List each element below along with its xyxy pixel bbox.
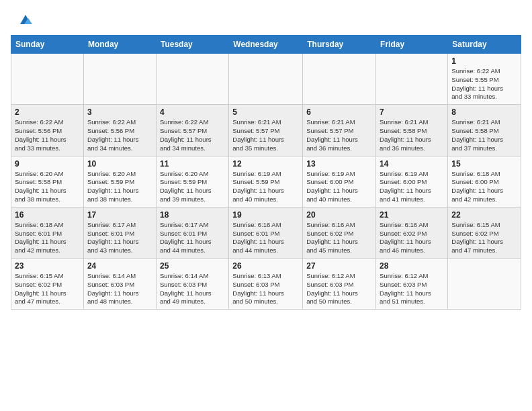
header-cell-tuesday: Tuesday bbox=[156, 36, 228, 54]
day-number: 9 bbox=[15, 159, 80, 169]
day-number: 21 bbox=[380, 210, 444, 220]
day-number: 2 bbox=[15, 107, 80, 117]
day-cell: 4Sunrise: 6:22 AM Sunset: 5:57 PM Daylig… bbox=[156, 105, 228, 156]
day-cell: 23Sunrise: 6:15 AM Sunset: 6:02 PM Dayli… bbox=[11, 259, 84, 310]
header-cell-thursday: Thursday bbox=[303, 36, 376, 54]
day-info: Sunrise: 6:22 AM Sunset: 5:56 PM Dayligh… bbox=[87, 118, 152, 152]
day-info: Sunrise: 6:14 AM Sunset: 6:03 PM Dayligh… bbox=[160, 272, 225, 306]
day-cell: 22Sunrise: 6:15 AM Sunset: 6:02 PM Dayli… bbox=[448, 207, 521, 258]
day-cell: 20Sunrise: 6:16 AM Sunset: 6:02 PM Dayli… bbox=[303, 207, 376, 258]
day-number: 6 bbox=[306, 107, 372, 117]
day-number: 19 bbox=[232, 210, 299, 220]
day-cell bbox=[303, 54, 376, 105]
day-info: Sunrise: 6:21 AM Sunset: 5:58 PM Dayligh… bbox=[380, 118, 444, 152]
day-number: 3 bbox=[87, 107, 152, 117]
calendar-table: SundayMondayTuesdayWednesdayThursdayFrid… bbox=[11, 35, 521, 310]
day-info: Sunrise: 6:20 AM Sunset: 5:59 PM Dayligh… bbox=[87, 170, 152, 204]
day-info: Sunrise: 6:22 AM Sunset: 5:55 PM Dayligh… bbox=[451, 67, 517, 101]
header-cell-friday: Friday bbox=[376, 36, 448, 54]
day-cell: 25Sunrise: 6:14 AM Sunset: 6:03 PM Dayli… bbox=[156, 259, 228, 310]
day-info: Sunrise: 6:18 AM Sunset: 6:01 PM Dayligh… bbox=[15, 221, 80, 255]
day-cell: 24Sunrise: 6:14 AM Sunset: 6:03 PM Dayli… bbox=[83, 259, 156, 310]
logo-area bbox=[16, 12, 34, 30]
day-info: Sunrise: 6:12 AM Sunset: 6:03 PM Dayligh… bbox=[306, 272, 372, 306]
day-info: Sunrise: 6:19 AM Sunset: 6:00 PM Dayligh… bbox=[380, 170, 444, 204]
day-cell: 9Sunrise: 6:20 AM Sunset: 5:58 PM Daylig… bbox=[11, 156, 84, 207]
day-number: 7 bbox=[380, 107, 444, 117]
day-info: Sunrise: 6:14 AM Sunset: 6:03 PM Dayligh… bbox=[87, 272, 152, 306]
day-cell: 14Sunrise: 6:19 AM Sunset: 6:00 PM Dayli… bbox=[376, 156, 448, 207]
week-row-0: 1Sunrise: 6:22 AM Sunset: 5:55 PM Daylig… bbox=[11, 54, 521, 105]
day-cell: 7Sunrise: 6:21 AM Sunset: 5:58 PM Daylig… bbox=[376, 105, 448, 156]
header-row: SundayMondayTuesdayWednesdayThursdayFrid… bbox=[11, 36, 521, 54]
day-info: Sunrise: 6:12 AM Sunset: 6:03 PM Dayligh… bbox=[380, 272, 444, 306]
header-cell-wednesday: Wednesday bbox=[229, 36, 303, 54]
day-cell: 13Sunrise: 6:19 AM Sunset: 6:00 PM Dayli… bbox=[303, 156, 376, 207]
day-info: Sunrise: 6:20 AM Sunset: 5:59 PM Dayligh… bbox=[160, 170, 225, 204]
day-info: Sunrise: 6:17 AM Sunset: 6:01 PM Dayligh… bbox=[87, 221, 152, 255]
header-cell-saturday: Saturday bbox=[448, 36, 521, 54]
day-cell: 6Sunrise: 6:21 AM Sunset: 5:57 PM Daylig… bbox=[303, 105, 376, 156]
header bbox=[0, 0, 532, 35]
day-cell: 10Sunrise: 6:20 AM Sunset: 5:59 PM Dayli… bbox=[83, 156, 156, 207]
day-number: 25 bbox=[160, 261, 225, 271]
day-cell bbox=[376, 54, 448, 105]
day-cell: 1Sunrise: 6:22 AM Sunset: 5:55 PM Daylig… bbox=[448, 54, 521, 105]
day-cell: 19Sunrise: 6:16 AM Sunset: 6:01 PM Dayli… bbox=[229, 207, 303, 258]
day-cell bbox=[83, 54, 156, 105]
day-number: 28 bbox=[380, 261, 444, 271]
week-row-1: 2Sunrise: 6:22 AM Sunset: 5:56 PM Daylig… bbox=[11, 105, 521, 156]
day-cell: 28Sunrise: 6:12 AM Sunset: 6:03 PM Dayli… bbox=[376, 259, 448, 310]
day-info: Sunrise: 6:19 AM Sunset: 6:00 PM Dayligh… bbox=[306, 170, 372, 204]
week-row-3: 16Sunrise: 6:18 AM Sunset: 6:01 PM Dayli… bbox=[11, 207, 521, 258]
day-info: Sunrise: 6:18 AM Sunset: 6:00 PM Dayligh… bbox=[451, 170, 517, 204]
day-cell: 3Sunrise: 6:22 AM Sunset: 5:56 PM Daylig… bbox=[83, 105, 156, 156]
day-number: 18 bbox=[160, 210, 225, 220]
day-cell: 26Sunrise: 6:13 AM Sunset: 6:03 PM Dayli… bbox=[229, 259, 303, 310]
day-info: Sunrise: 6:16 AM Sunset: 6:02 PM Dayligh… bbox=[380, 221, 444, 255]
day-info: Sunrise: 6:20 AM Sunset: 5:58 PM Dayligh… bbox=[15, 170, 80, 204]
logo-icon bbox=[17, 12, 34, 28]
day-info: Sunrise: 6:15 AM Sunset: 6:02 PM Dayligh… bbox=[451, 221, 517, 255]
day-cell: 11Sunrise: 6:20 AM Sunset: 5:59 PM Dayli… bbox=[156, 156, 228, 207]
day-info: Sunrise: 6:21 AM Sunset: 5:57 PM Dayligh… bbox=[306, 118, 372, 152]
day-cell bbox=[11, 54, 84, 105]
day-info: Sunrise: 6:22 AM Sunset: 5:57 PM Dayligh… bbox=[160, 118, 225, 152]
header-cell-monday: Monday bbox=[83, 36, 156, 54]
day-number: 1 bbox=[451, 56, 517, 66]
day-info: Sunrise: 6:17 AM Sunset: 6:01 PM Dayligh… bbox=[160, 221, 225, 255]
day-number: 15 bbox=[451, 159, 517, 169]
day-cell: 21Sunrise: 6:16 AM Sunset: 6:02 PM Dayli… bbox=[376, 207, 448, 258]
page: SundayMondayTuesdayWednesdayThursdayFrid… bbox=[0, 0, 532, 411]
day-info: Sunrise: 6:13 AM Sunset: 6:03 PM Dayligh… bbox=[232, 272, 299, 306]
day-number: 20 bbox=[306, 210, 372, 220]
day-cell: 12Sunrise: 6:19 AM Sunset: 5:59 PM Dayli… bbox=[229, 156, 303, 207]
day-number: 26 bbox=[232, 261, 299, 271]
day-info: Sunrise: 6:15 AM Sunset: 6:02 PM Dayligh… bbox=[15, 272, 80, 306]
day-info: Sunrise: 6:22 AM Sunset: 5:56 PM Dayligh… bbox=[15, 118, 80, 152]
day-number: 4 bbox=[160, 107, 225, 117]
day-number: 16 bbox=[15, 210, 80, 220]
day-cell: 27Sunrise: 6:12 AM Sunset: 6:03 PM Dayli… bbox=[303, 259, 376, 310]
day-number: 22 bbox=[451, 210, 517, 220]
day-number: 11 bbox=[160, 159, 225, 169]
day-cell bbox=[229, 54, 303, 105]
week-row-4: 23Sunrise: 6:15 AM Sunset: 6:02 PM Dayli… bbox=[11, 259, 521, 310]
day-number: 12 bbox=[232, 159, 299, 169]
day-info: Sunrise: 6:21 AM Sunset: 5:58 PM Dayligh… bbox=[451, 118, 517, 152]
day-cell: 18Sunrise: 6:17 AM Sunset: 6:01 PM Dayli… bbox=[156, 207, 228, 258]
day-number: 23 bbox=[15, 261, 80, 271]
day-number: 17 bbox=[87, 210, 152, 220]
day-number: 8 bbox=[451, 107, 517, 117]
day-cell bbox=[448, 259, 521, 310]
day-number: 13 bbox=[306, 159, 372, 169]
day-cell: 16Sunrise: 6:18 AM Sunset: 6:01 PM Dayli… bbox=[11, 207, 84, 258]
calendar-wrapper: SundayMondayTuesdayWednesdayThursdayFrid… bbox=[0, 35, 532, 318]
day-cell: 8Sunrise: 6:21 AM Sunset: 5:58 PM Daylig… bbox=[448, 105, 521, 156]
calendar-body: 1Sunrise: 6:22 AM Sunset: 5:55 PM Daylig… bbox=[11, 54, 521, 310]
day-info: Sunrise: 6:16 AM Sunset: 6:01 PM Dayligh… bbox=[232, 221, 299, 255]
logo-text bbox=[16, 12, 34, 30]
day-cell bbox=[156, 54, 228, 105]
header-cell-sunday: Sunday bbox=[11, 36, 84, 54]
week-row-2: 9Sunrise: 6:20 AM Sunset: 5:58 PM Daylig… bbox=[11, 156, 521, 207]
